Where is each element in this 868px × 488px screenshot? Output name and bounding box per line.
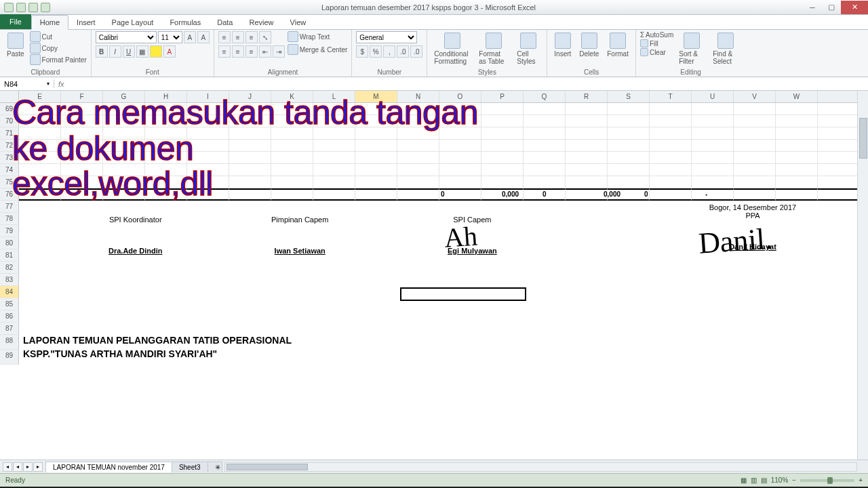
cell[interactable]	[187, 127, 229, 140]
cell[interactable]	[818, 286, 860, 298]
cell[interactable]	[524, 176, 566, 188]
row-header[interactable]: 82	[0, 262, 19, 274]
cell[interactable]	[397, 237, 439, 249]
cell[interactable]	[187, 176, 229, 188]
cell[interactable]	[187, 201, 229, 213]
cell[interactable]	[734, 188, 776, 201]
cell[interactable]	[650, 103, 692, 115]
cell[interactable]	[818, 225, 860, 237]
cell[interactable]	[229, 274, 271, 286]
cell[interactable]	[61, 286, 103, 298]
row-header[interactable]: 88	[0, 335, 19, 350]
cell[interactable]	[776, 140, 818, 152]
cell[interactable]	[19, 140, 61, 152]
cell[interactable]	[650, 350, 692, 365]
cell[interactable]	[229, 286, 271, 298]
cell[interactable]	[818, 103, 860, 115]
cell[interactable]	[19, 201, 61, 213]
cell[interactable]	[103, 164, 145, 176]
cell[interactable]	[145, 286, 187, 298]
row-header[interactable]: 70	[0, 115, 19, 127]
format-painter-button[interactable]: Format Painter	[30, 54, 87, 65]
cell[interactable]	[524, 115, 566, 127]
cell[interactable]	[650, 310, 692, 323]
cell[interactable]	[187, 152, 229, 164]
cell[interactable]	[397, 127, 439, 140]
cell[interactable]	[355, 335, 397, 350]
cell[interactable]	[608, 176, 650, 188]
cell[interactable]	[355, 350, 397, 365]
cell[interactable]	[650, 201, 692, 213]
cell[interactable]	[524, 249, 566, 262]
cell[interactable]	[61, 152, 103, 164]
cell[interactable]	[271, 115, 313, 127]
dec-decimal-button[interactable]: .0	[410, 45, 422, 58]
cell[interactable]	[734, 140, 776, 152]
cell[interactable]	[818, 115, 860, 127]
col-header[interactable]: N	[397, 91, 439, 102]
cell[interactable]	[19, 127, 61, 140]
cell[interactable]	[397, 115, 439, 127]
cell[interactable]	[313, 115, 355, 127]
row-header[interactable]: 86	[0, 310, 19, 323]
cell[interactable]	[271, 188, 313, 201]
cell[interactable]	[776, 152, 818, 164]
cell[interactable]	[692, 262, 734, 274]
font-size-select[interactable]: 11	[158, 31, 182, 43]
cell[interactable]	[692, 176, 734, 188]
cell[interactable]	[397, 103, 439, 115]
cell[interactable]	[776, 298, 818, 310]
cell[interactable]	[61, 188, 103, 201]
zoom-out-button[interactable]: −	[792, 476, 796, 484]
row-header[interactable]: 72	[0, 140, 19, 152]
cell[interactable]	[439, 335, 481, 350]
cell[interactable]	[692, 115, 734, 127]
sheet-tab-active[interactable]: LAPORAN TEMUAN november 2017	[45, 462, 172, 472]
cell[interactable]	[524, 213, 566, 225]
cell[interactable]	[229, 225, 271, 237]
col-header[interactable]: G	[103, 91, 145, 102]
merge-center-button[interactable]: Merge & Center	[288, 44, 348, 55]
cell[interactable]	[229, 310, 271, 323]
tab-data[interactable]: Data	[209, 16, 241, 29]
col-header[interactable]: P	[481, 91, 524, 102]
cell[interactable]	[397, 140, 439, 152]
cell[interactable]	[776, 274, 818, 286]
cell[interactable]	[145, 176, 187, 188]
cell[interactable]	[145, 103, 187, 115]
cell[interactable]	[608, 152, 650, 164]
cell[interactable]	[313, 140, 355, 152]
cell[interactable]	[734, 286, 776, 298]
row-header[interactable]: 76	[0, 188, 19, 201]
tab-insert[interactable]: Insert	[68, 16, 104, 29]
cell[interactable]	[61, 103, 103, 115]
find-select-button[interactable]: Find & Select	[710, 31, 741, 66]
cell[interactable]	[481, 176, 524, 188]
cell[interactable]	[397, 152, 439, 164]
cell[interactable]	[145, 115, 187, 127]
cell[interactable]	[692, 103, 734, 115]
cell[interactable]	[566, 164, 608, 176]
cell[interactable]	[271, 310, 313, 323]
cell[interactable]	[692, 164, 734, 176]
cell[interactable]	[608, 249, 650, 262]
cell[interactable]	[524, 323, 566, 335]
cell[interactable]	[650, 298, 692, 310]
name-box[interactable]: N84▾	[0, 80, 54, 88]
insert-cells-button[interactable]: Insert	[551, 31, 574, 59]
paste-button[interactable]: Paste	[4, 31, 27, 59]
cell[interactable]	[187, 164, 229, 176]
cell[interactable]	[481, 103, 524, 115]
orientation-button[interactable]: ⤡	[259, 31, 271, 43]
cell[interactable]	[355, 213, 397, 225]
cell[interactable]	[103, 103, 145, 115]
cell[interactable]	[776, 350, 818, 365]
cell[interactable]	[271, 286, 313, 298]
cell[interactable]	[776, 115, 818, 127]
cell[interactable]	[524, 103, 566, 115]
cell[interactable]	[650, 152, 692, 164]
cell[interactable]	[229, 152, 271, 164]
cell[interactable]	[103, 127, 145, 140]
cell[interactable]	[524, 274, 566, 286]
cell[interactable]	[734, 298, 776, 310]
